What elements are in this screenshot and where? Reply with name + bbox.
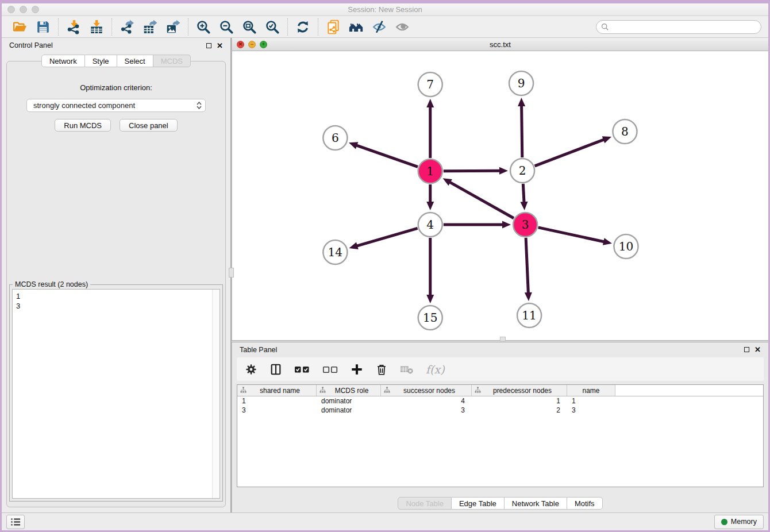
graph-node-label: 14 bbox=[328, 245, 343, 259]
table-cell[interactable]: 3 bbox=[381, 406, 472, 415]
import-table-button[interactable] bbox=[85, 18, 108, 36]
network-minimize-button[interactable]: − bbox=[248, 41, 256, 48]
search-field[interactable] bbox=[596, 20, 761, 34]
add-column-button[interactable] bbox=[351, 362, 363, 377]
network-close-button[interactable]: ✕ bbox=[237, 41, 244, 48]
tab-network-table[interactable]: Network Table bbox=[505, 497, 567, 510]
float-table-panel-icon[interactable] bbox=[744, 347, 749, 352]
close-panel-button[interactable]: Close panel bbox=[120, 119, 178, 132]
table-settings-button[interactable] bbox=[245, 362, 257, 377]
vertical-splitter-handle[interactable] bbox=[229, 268, 234, 277]
graph-edge-1-6[interactable] bbox=[356, 145, 418, 167]
table-row[interactable]: 1dominator411 bbox=[237, 396, 763, 406]
graph-edge-arrowhead bbox=[518, 98, 525, 106]
tab-mcds[interactable]: MCDS bbox=[153, 55, 191, 67]
memory-button[interactable]: Memory bbox=[714, 515, 764, 529]
column-header-shared-name[interactable]: shared name bbox=[237, 385, 317, 396]
mcds-result-box: MCDS result (2 nodes) 13 bbox=[9, 284, 223, 502]
open-session-button[interactable] bbox=[9, 18, 32, 36]
export-network-button[interactable] bbox=[116, 18, 138, 36]
export-table-button[interactable] bbox=[138, 18, 161, 36]
network-window-titlebar: ✕ − + scc.txt bbox=[232, 38, 768, 51]
maximize-window-button[interactable] bbox=[32, 6, 39, 13]
close-window-button[interactable] bbox=[7, 6, 15, 13]
tab-node-table[interactable]: Node Table bbox=[398, 497, 452, 510]
delete-columns-button[interactable] bbox=[375, 362, 388, 377]
node-table[interactable]: shared nameMCDS rolesuccessor nodesprede… bbox=[237, 384, 764, 487]
mcds-result-item[interactable]: 1 bbox=[16, 291, 209, 301]
task-history-button[interactable] bbox=[6, 515, 25, 529]
float-panel-icon[interactable] bbox=[206, 43, 211, 48]
graph-edge-2-3[interactable] bbox=[523, 184, 524, 203]
save-session-button[interactable] bbox=[32, 18, 55, 36]
table-cell[interactable]: 1 bbox=[237, 396, 317, 406]
table-cell[interactable]: 4 bbox=[381, 396, 472, 406]
graph-edge-3-11[interactable] bbox=[526, 238, 528, 294]
graph-edge-2-8[interactable] bbox=[535, 140, 605, 166]
function-builder-button[interactable]: f(x) bbox=[426, 362, 445, 377]
toolbar-separator bbox=[188, 18, 188, 36]
graph-edge-3-10[interactable] bbox=[538, 228, 605, 242]
network-window-title: scc.txt bbox=[232, 40, 768, 49]
table-cell[interactable]: dominator bbox=[317, 396, 381, 406]
horizontal-splitter-handle[interactable] bbox=[500, 337, 506, 341]
table-cell[interactable]: dominator bbox=[317, 406, 381, 415]
table-cell[interactable]: 2 bbox=[472, 406, 567, 415]
mcds-result-list[interactable]: 13 bbox=[13, 290, 212, 498]
graph-edge-3-1[interactable] bbox=[449, 182, 514, 218]
tab-edge-table[interactable]: Edge Table bbox=[452, 497, 505, 510]
zoom-selected-button[interactable] bbox=[261, 18, 284, 36]
import-network-button[interactable] bbox=[62, 18, 85, 36]
search-input[interactable] bbox=[612, 22, 756, 31]
column-header-name[interactable]: name bbox=[567, 385, 615, 396]
column-header-predecessor-nodes[interactable]: predecessor nodes bbox=[472, 385, 567, 396]
result-scrollbar[interactable] bbox=[212, 290, 220, 498]
search-icon bbox=[601, 23, 609, 31]
unselect-all-rows-button[interactable] bbox=[322, 362, 338, 377]
application-window: Session: New Session bbox=[2, 3, 768, 530]
tab-style[interactable]: Style bbox=[85, 55, 117, 67]
column-header-successor-nodes[interactable]: successor nodes bbox=[381, 385, 472, 396]
table-cell[interactable]: 3 bbox=[237, 406, 317, 415]
zoom-fit-button[interactable] bbox=[238, 18, 261, 36]
close-table-panel-icon[interactable]: ✕ bbox=[754, 347, 761, 352]
table-row[interactable]: 3dominator323 bbox=[237, 406, 763, 415]
export-image-button[interactable] bbox=[161, 18, 184, 36]
column-header-MCDS-role[interactable]: MCDS role bbox=[317, 385, 381, 396]
column-chooser-button[interactable] bbox=[270, 362, 282, 377]
run-mcds-button[interactable]: Run MCDS bbox=[55, 119, 111, 132]
export-network-icon bbox=[120, 20, 134, 34]
graph-node-label: 1 bbox=[426, 164, 434, 178]
table-cell[interactable]: 1 bbox=[567, 396, 615, 406]
import-table-icon bbox=[89, 20, 104, 34]
tab-network[interactable]: Network bbox=[41, 55, 85, 67]
tab-select[interactable]: Select bbox=[117, 55, 153, 67]
graph-edge-arrowhead bbox=[426, 202, 434, 210]
graph-edge-4-14[interactable] bbox=[356, 228, 418, 246]
show-hidden-button[interactable] bbox=[391, 18, 414, 36]
zoom-out-button[interactable] bbox=[215, 18, 238, 36]
table-cell[interactable]: 1 bbox=[472, 396, 567, 406]
window-titlebar: Session: New Session bbox=[2, 3, 768, 16]
network-maximize-button[interactable]: + bbox=[260, 41, 267, 48]
delete-table-button[interactable] bbox=[400, 362, 414, 377]
graph-edge-arrowhead bbox=[525, 292, 532, 301]
select-all-rows-button[interactable] bbox=[294, 362, 310, 377]
refresh-layout-button[interactable] bbox=[291, 18, 314, 36]
new-network-from-selection-button[interactable] bbox=[322, 18, 345, 36]
hide-selected-button[interactable] bbox=[368, 18, 391, 36]
mcds-result-item[interactable]: 3 bbox=[16, 301, 209, 311]
network-canvas[interactable]: 1234678910111415 bbox=[232, 51, 768, 340]
minimize-window-button[interactable] bbox=[20, 6, 27, 13]
criterion-select[interactable]: strongly connected component bbox=[26, 99, 206, 112]
graph-edge-2-9[interactable] bbox=[522, 105, 522, 157]
graph-edge-1-2[interactable] bbox=[444, 171, 500, 171]
table-cell[interactable]: 3 bbox=[567, 406, 615, 415]
graph-edge-arrowhead bbox=[602, 136, 611, 143]
close-panel-icon[interactable]: ✕ bbox=[217, 43, 223, 48]
show-all-networks-button[interactable] bbox=[345, 18, 368, 36]
tab-motifs[interactable]: Motifs bbox=[567, 497, 603, 510]
zoom-in-button[interactable] bbox=[192, 18, 215, 36]
column-header-label: successor nodes bbox=[390, 387, 468, 395]
horizontal-splitter[interactable] bbox=[232, 340, 768, 342]
